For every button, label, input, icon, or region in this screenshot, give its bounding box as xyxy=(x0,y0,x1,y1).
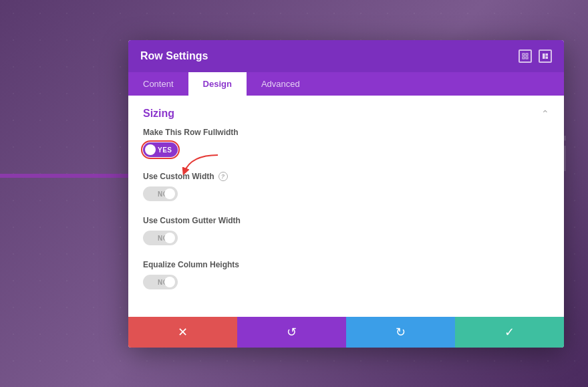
reset-icon: ↺ xyxy=(287,325,297,340)
modal-tabs: Content Design Advanced xyxy=(128,72,564,96)
annotation-arrow xyxy=(178,152,225,178)
fullwidth-toggle-knob xyxy=(145,144,156,155)
svg-rect-2 xyxy=(523,57,525,59)
modal-title: Row Settings xyxy=(140,50,208,62)
svg-rect-6 xyxy=(546,57,549,59)
sizing-section-content: Make This Row Fullwidth YES xyxy=(128,128,564,317)
bg-decorative-bar xyxy=(0,174,130,178)
row-settings-modal: Row Settings Content Design xyxy=(128,40,564,348)
sizing-chevron-icon: ⌃ xyxy=(541,108,549,119)
custom-gutter-label: Use Custom Gutter Width xyxy=(143,216,549,225)
save-icon: ✓ xyxy=(504,325,514,340)
focus-icon[interactable] xyxy=(519,49,532,63)
layout-icon[interactable] xyxy=(539,49,552,63)
fullwidth-toggle[interactable]: YES xyxy=(143,142,178,157)
svg-rect-1 xyxy=(526,53,528,55)
setting-fullwidth: Make This Row Fullwidth YES xyxy=(143,128,549,157)
svg-rect-4 xyxy=(543,53,545,59)
reset-button[interactable]: ↺ xyxy=(237,317,346,348)
sizing-section-header[interactable]: Sizing ⌃ xyxy=(128,96,564,128)
equalize-columns-toggle-knob xyxy=(164,277,175,287)
tab-content[interactable]: Content xyxy=(128,72,188,96)
custom-width-toggle-wrapper: NO xyxy=(143,186,549,201)
tab-advanced[interactable]: Advanced xyxy=(247,72,315,96)
custom-width-toggle[interactable]: NO xyxy=(143,186,178,201)
equalize-columns-toggle[interactable]: NO xyxy=(143,275,178,289)
cancel-button[interactable]: ✕ xyxy=(128,317,237,348)
custom-gutter-toggle-knob xyxy=(164,233,175,243)
fullwidth-toggle-label: YES xyxy=(158,146,172,154)
tab-design[interactable]: Design xyxy=(188,72,247,96)
custom-gutter-toggle-wrapper: NO xyxy=(143,231,549,245)
sizing-section-title: Sizing xyxy=(143,108,174,120)
redo-button[interactable]: ↻ xyxy=(346,317,455,348)
svg-rect-5 xyxy=(546,53,549,56)
setting-equalize-columns: Equalize Column Heights NO xyxy=(143,260,549,289)
cancel-icon: ✕ xyxy=(178,325,188,340)
fullwidth-label: Make This Row Fullwidth xyxy=(143,128,549,137)
svg-rect-3 xyxy=(526,57,528,59)
redo-icon: ↻ xyxy=(396,325,406,340)
setting-custom-gutter: Use Custom Gutter Width NO xyxy=(143,216,549,245)
custom-width-toggle-knob xyxy=(164,188,175,199)
modal-header-icons xyxy=(519,49,552,63)
sizing-section: Sizing ⌃ Make This Row Fullwidth YES xyxy=(128,96,564,317)
svg-rect-0 xyxy=(523,53,525,55)
equalize-columns-label: Equalize Column Heights xyxy=(143,260,549,269)
modal-footer: ✕ ↺ ↻ ✓ xyxy=(128,317,564,348)
modal-header: Row Settings xyxy=(128,40,564,72)
modal-body: Sizing ⌃ Make This Row Fullwidth YES xyxy=(128,96,564,317)
equalize-columns-toggle-wrapper: NO xyxy=(143,275,549,289)
save-button[interactable]: ✓ xyxy=(455,317,564,348)
custom-gutter-toggle[interactable]: NO xyxy=(143,231,178,245)
